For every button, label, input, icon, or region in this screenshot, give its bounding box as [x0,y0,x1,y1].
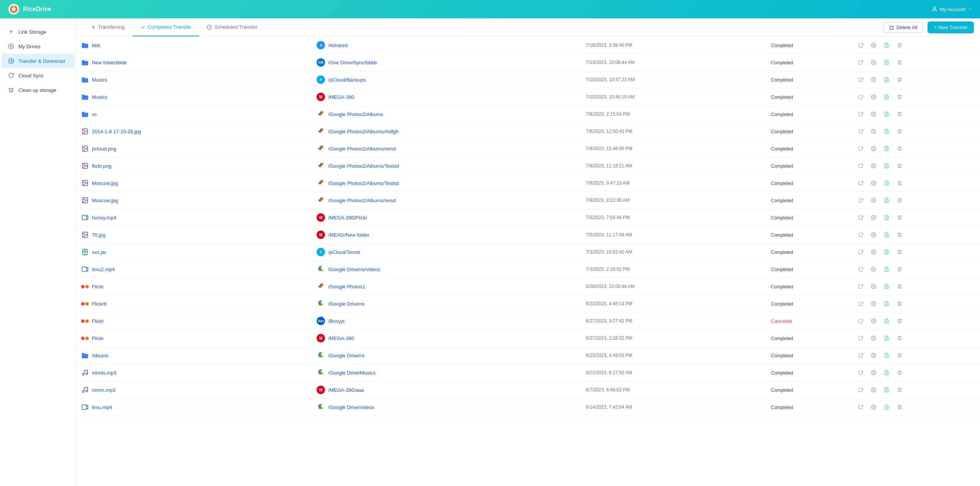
delete-button[interactable] [894,74,905,85]
new-transfer-button[interactable]: + New Transfer [928,21,974,33]
settings-button[interactable] [868,298,879,309]
destination-path-link[interactable]: /Google Driverre/videos [328,267,381,272]
file-name-link[interactable]: Flickr [92,318,104,324]
destination-path-link[interactable]: /MEAG/New folder [328,232,369,238]
retry-button[interactable] [855,316,866,326]
retry-button[interactable] [855,333,866,344]
settings-button[interactable] [868,212,879,223]
destination-path-link[interactable]: /MEGA-390 [328,335,354,341]
settings-button[interactable] [868,229,879,240]
report-button[interactable] [881,40,892,51]
settings-button[interactable] [868,92,879,102]
file-name-link[interactable]: mmm.mp3 [92,387,115,393]
retry-button[interactable] [855,195,866,206]
retry-button[interactable] [855,57,866,68]
tab-transferring[interactable]: Transferring [83,18,132,36]
sidebar-item-transfer-download[interactable]: Transfer & Download [2,54,75,68]
delete-button[interactable] [894,298,905,309]
report-button[interactable] [881,367,892,378]
settings-button[interactable] [868,281,879,292]
settings-button[interactable] [868,143,879,154]
delete-button[interactable] [894,402,905,412]
retry-button[interactable] [855,264,866,275]
destination-path-link[interactable]: /Google Photos1 [328,284,365,290]
delete-button[interactable] [894,57,905,68]
report-button[interactable] [881,109,892,119]
destination-path-link[interactable]: /Google Photos2/Albums/rersd [328,146,396,152]
settings-button[interactable] [868,385,879,395]
settings-button[interactable] [868,109,879,119]
destination-path-link[interactable]: /Google Driverre [328,301,364,307]
report-button[interactable] [881,298,892,309]
delete-button[interactable] [894,212,905,223]
destination-path-link[interactable]: /MEGA-390/Flickr [328,215,368,221]
retry-button[interactable] [855,126,866,137]
destination-path-link[interactable]: /Google Photos2/Albums/Testsd [328,163,399,169]
report-button[interactable] [881,178,892,188]
destination-path-link[interactable]: /Boxyyt [328,318,345,324]
delete-button[interactable] [894,143,905,154]
file-name-link[interactable]: xxx.jar [92,249,106,255]
file-name-link[interactable]: Musics [92,77,107,83]
settings-button[interactable] [868,74,879,85]
destination-path-link[interactable]: /4shared [328,43,348,48]
settings-button[interactable] [868,195,879,206]
retry-button[interactable] [855,367,866,378]
report-button[interactable] [881,143,892,154]
file-name-link[interactable]: limu.mp4 [92,404,112,410]
delete-button[interactable] [894,247,905,257]
file-name-link[interactable]: flickr.png [92,163,111,169]
destination-path-link[interactable]: /Google Driverre [328,353,364,358]
report-button[interactable] [881,247,892,257]
file-name-link[interactable]: honey.mp4 [92,215,116,221]
retry-button[interactable] [855,281,866,292]
file-name-link[interactable]: limu2.mp4 [92,267,115,272]
report-button[interactable] [881,126,892,137]
settings-button[interactable] [868,178,879,188]
destination-path-link[interactable]: /pCloud/Temst [328,249,360,255]
file-name-link[interactable]: Albums [92,353,108,358]
file-name-link[interactable]: 70.jpg [92,232,105,238]
report-button[interactable] [881,385,892,395]
retry-button[interactable] [855,143,866,154]
delete-button[interactable] [894,126,905,137]
settings-button[interactable] [868,350,879,361]
file-name-link[interactable]: Moscow.jpg [92,198,118,203]
sidebar-item-my-drives[interactable]: My Drives [2,39,75,54]
delete-all-button[interactable]: Delete All [883,22,923,33]
account-menu[interactable]: My Account [931,6,972,12]
file-name-link[interactable]: New folderbbbb [92,60,127,65]
retry-button[interactable] [855,160,866,171]
file-name-link[interactable]: Flickr [92,284,104,290]
delete-button[interactable] [894,40,905,51]
settings-button[interactable] [868,247,879,257]
delete-button[interactable] [894,281,905,292]
destination-path-link[interactable]: /Google Photos2/Albums/Testsd [328,180,399,186]
retry-button[interactable] [855,109,866,119]
settings-button[interactable] [868,126,879,137]
tab-completed[interactable]: Completed Transfer [132,18,199,36]
report-button[interactable] [881,160,892,171]
retry-button[interactable] [855,385,866,395]
file-name-link[interactable]: mmds.mp3 [92,370,116,376]
retry-button[interactable] [855,178,866,188]
destination-path-link[interactable]: /Google Photos2/Albums/rhdfgh [328,129,399,134]
destination-path-link[interactable]: /Google Drive/videos [328,404,374,410]
file-name-link[interactable]: 2014-1-8 17-10-26.jpg [92,129,141,134]
retry-button[interactable] [855,229,866,240]
settings-button[interactable] [868,264,879,275]
report-button[interactable] [881,264,892,275]
report-button[interactable] [881,195,892,206]
retry-button[interactable] [855,247,866,257]
retry-button[interactable] [855,212,866,223]
settings-button[interactable] [868,160,879,171]
report-button[interactable] [881,229,892,240]
destination-path-link[interactable]: /Google Photos2/Albums [328,111,383,117]
file-name-link[interactable]: bbb [92,43,100,48]
settings-button[interactable] [868,57,879,68]
sidebar-item-clean-storage[interactable]: Clean up storage [2,83,75,97]
report-button[interactable] [881,281,892,292]
sidebar-item-link-storage[interactable]: + Link Storage [2,25,75,39]
settings-button[interactable] [868,316,879,326]
destination-path-link[interactable]: /One Drive/Sync/bbbb [328,60,377,65]
